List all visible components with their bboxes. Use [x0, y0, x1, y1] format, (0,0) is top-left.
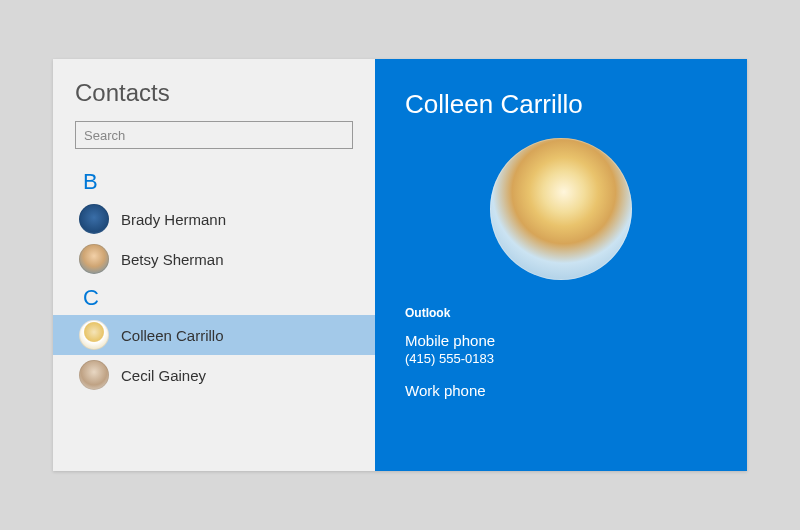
field-value-mobile: (415) 555-0183	[405, 351, 717, 366]
contact-name: Betsy Sherman	[121, 251, 224, 268]
list-item[interactable]: Colleen Carrillo	[53, 315, 375, 355]
source-label: Outlook	[405, 306, 717, 320]
avatar	[79, 320, 109, 350]
search-wrap	[53, 121, 375, 163]
contacts-sidebar: Contacts B Brady Hermann Betsy Sherman C…	[53, 59, 375, 471]
field-label-mobile: Mobile phone	[405, 332, 717, 349]
list-item[interactable]: Betsy Sherman	[53, 239, 375, 279]
group-letter-b[interactable]: B	[53, 163, 375, 199]
search-input[interactable]	[75, 121, 353, 149]
list-item[interactable]: Brady Hermann	[53, 199, 375, 239]
avatar	[79, 244, 109, 274]
avatar	[79, 360, 109, 390]
page-title: Contacts	[53, 59, 375, 121]
contact-name: Cecil Gainey	[121, 367, 206, 384]
avatar	[79, 204, 109, 234]
detail-avatar	[490, 138, 632, 280]
contact-name: Brady Hermann	[121, 211, 226, 228]
group-letter-c[interactable]: C	[53, 279, 375, 315]
contacts-app-window: Contacts B Brady Hermann Betsy Sherman C…	[53, 59, 747, 471]
contact-list: B Brady Hermann Betsy Sherman C Colleen …	[53, 163, 375, 471]
contact-name: Colleen Carrillo	[121, 327, 224, 344]
detail-name: Colleen Carrillo	[405, 89, 717, 120]
field-label-work: Work phone	[405, 382, 717, 399]
contact-detail-pane: Colleen Carrillo Outlook Mobile phone (4…	[375, 59, 747, 471]
list-item[interactable]: Cecil Gainey	[53, 355, 375, 395]
